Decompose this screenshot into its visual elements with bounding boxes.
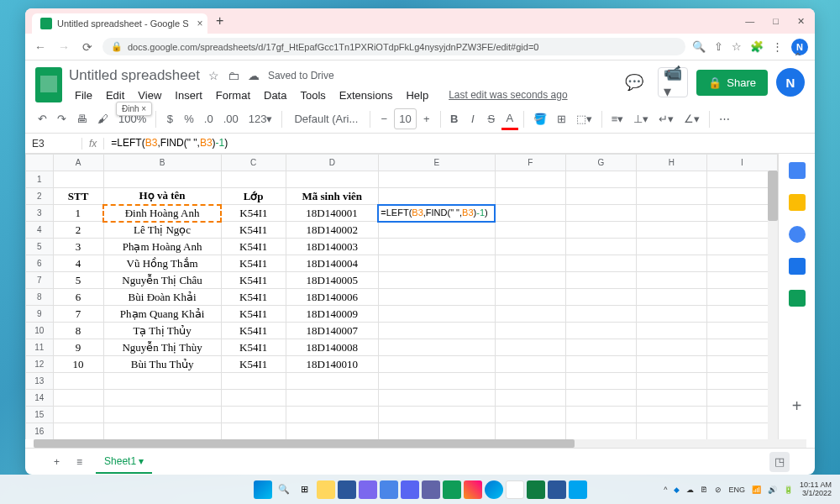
cell[interactable]: 6 xyxy=(53,289,103,306)
cell[interactable] xyxy=(495,407,565,423)
cell[interactable] xyxy=(636,306,706,323)
font-select[interactable]: Default (Ari... xyxy=(287,109,365,129)
menu-file[interactable]: File xyxy=(69,86,98,105)
app-icon-4[interactable] xyxy=(401,480,419,499)
cell[interactable] xyxy=(565,222,636,239)
cell[interactable]: K54I1 xyxy=(221,339,286,356)
cell[interactable] xyxy=(495,390,565,407)
cell[interactable] xyxy=(378,171,495,188)
app-icon-6[interactable] xyxy=(443,480,461,499)
menu-tools[interactable]: Tools xyxy=(294,86,331,105)
row-header-1[interactable]: 1 xyxy=(26,171,54,188)
sheets-logo[interactable] xyxy=(35,67,62,102)
close-window-button[interactable]: ✕ xyxy=(794,16,808,27)
cell[interactable] xyxy=(495,171,565,188)
tray-icon-2[interactable]: ☁ xyxy=(686,486,694,494)
cell[interactable]: 4 xyxy=(53,255,103,272)
cell[interactable]: K54I1 xyxy=(221,306,286,323)
addons-plus-icon[interactable]: + xyxy=(792,396,802,416)
text-color-button[interactable]: A xyxy=(501,108,518,130)
row-header-7[interactable]: 7 xyxy=(26,272,54,289)
forward-button[interactable]: → xyxy=(55,40,72,54)
tray-lang[interactable]: ENG xyxy=(728,486,745,494)
cell[interactable] xyxy=(286,171,378,188)
cell[interactable]: Lê Thị Ngọc xyxy=(103,222,221,239)
account-avatar[interactable]: N xyxy=(776,68,805,97)
cell[interactable] xyxy=(221,171,286,188)
tray-icon-4[interactable]: ⊘ xyxy=(715,486,722,494)
cell[interactable] xyxy=(636,188,706,205)
cell[interactable] xyxy=(565,339,636,356)
font-size-inc[interactable]: + xyxy=(418,109,435,129)
cell[interactable] xyxy=(221,423,286,440)
italic-button[interactable]: I xyxy=(465,109,481,129)
wifi-icon[interactable]: 📶 xyxy=(752,486,761,494)
cell[interactable] xyxy=(378,356,495,373)
cell[interactable] xyxy=(103,390,221,407)
menu-help[interactable]: Help xyxy=(400,86,434,105)
more-formats-button[interactable]: 123▾ xyxy=(244,109,277,129)
maps-icon[interactable] xyxy=(789,290,806,307)
more-toolbar-button[interactable]: ⋯ xyxy=(715,109,734,129)
minimize-button[interactable]: — xyxy=(742,16,758,27)
cell[interactable]: K54I1 xyxy=(221,255,286,272)
autocomplete-hint[interactable]: Đinh × xyxy=(116,102,152,116)
row-header-5[interactable]: 5 xyxy=(26,239,54,255)
redo-button[interactable]: ↷ xyxy=(53,109,71,129)
tray-icon-3[interactable]: 🖹 xyxy=(701,486,708,494)
merge-button[interactable]: ⬚▾ xyxy=(572,109,596,129)
cell[interactable] xyxy=(706,356,777,373)
row-header-16[interactable]: 16 xyxy=(26,423,54,440)
zoom-icon[interactable]: 🔍 xyxy=(692,40,706,53)
cell[interactable]: K54I1 xyxy=(221,272,286,289)
cell[interactable] xyxy=(636,272,706,289)
cell[interactable] xyxy=(706,239,777,255)
cell[interactable] xyxy=(103,423,221,440)
share-button[interactable]: 🔒 Share xyxy=(696,70,768,96)
extensions-icon[interactable]: 🧩 xyxy=(750,40,764,53)
row-header-10[interactable]: 10 xyxy=(26,323,54,339)
col-header-b[interactable]: B xyxy=(103,155,221,171)
cell[interactable] xyxy=(706,255,777,272)
browser-tab[interactable]: Untitled spreadsheet - Google S × xyxy=(32,13,207,34)
menu-extensions[interactable]: Extensions xyxy=(333,86,399,105)
cell[interactable] xyxy=(706,222,777,239)
cell[interactable] xyxy=(495,222,565,239)
cell[interactable] xyxy=(378,339,495,356)
cell[interactable]: Lớp xyxy=(221,188,286,205)
cell[interactable]: Bùi Thu Thủy xyxy=(103,356,221,373)
excel-icon[interactable] xyxy=(527,480,545,499)
name-box[interactable]: E3 xyxy=(25,138,82,150)
percent-button[interactable]: % xyxy=(180,109,198,129)
row-header-11[interactable]: 11 xyxy=(26,339,54,356)
volume-icon[interactable]: 🔊 xyxy=(768,486,777,494)
cell[interactable] xyxy=(378,373,495,390)
cell[interactable] xyxy=(286,390,378,407)
move-icon[interactable]: 🗀 xyxy=(228,69,239,82)
cell[interactable]: K54I1 xyxy=(221,289,286,306)
cell[interactable] xyxy=(706,423,777,440)
cell[interactable] xyxy=(565,407,636,423)
cell[interactable] xyxy=(565,306,636,323)
cell[interactable] xyxy=(565,373,636,390)
explorer-icon[interactable] xyxy=(317,480,335,499)
url-field[interactable]: 🔒 docs.google.com/spreadsheets/d/17gf_Ht… xyxy=(102,38,685,55)
cell[interactable] xyxy=(495,339,565,356)
cell[interactable] xyxy=(636,239,706,255)
row-header-9[interactable]: 9 xyxy=(26,306,54,323)
cell[interactable] xyxy=(706,323,777,339)
cell[interactable]: Phạm Quang Khải xyxy=(103,306,221,323)
cell[interactable] xyxy=(636,323,706,339)
cell[interactable]: 18D140007 xyxy=(286,323,378,339)
tray-chevron-icon[interactable]: ^ xyxy=(664,486,667,494)
sheet-tab-1[interactable]: Sheet1 ▾ xyxy=(96,450,152,474)
cell[interactable] xyxy=(378,255,495,272)
currency-button[interactable]: $ xyxy=(161,109,178,129)
row-header-12[interactable]: 12 xyxy=(26,356,54,373)
cell[interactable] xyxy=(636,222,706,239)
new-tab-button[interactable]: + xyxy=(211,12,229,30)
rotate-button[interactable]: ∠▾ xyxy=(680,109,704,129)
cell[interactable] xyxy=(636,289,706,306)
row-header-14[interactable]: 14 xyxy=(26,390,54,407)
cell[interactable] xyxy=(565,188,636,205)
